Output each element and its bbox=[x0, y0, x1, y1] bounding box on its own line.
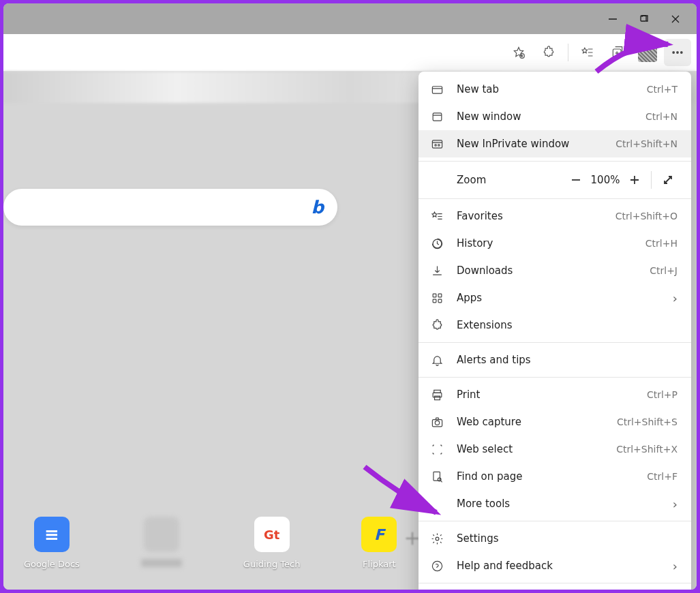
select-icon bbox=[429, 443, 444, 456]
zoom-in-button[interactable] bbox=[622, 174, 647, 185]
svg-rect-13 bbox=[438, 294, 442, 297]
search-box[interactable]: b bbox=[3, 189, 337, 226]
menu-settings[interactable]: Settings bbox=[419, 525, 691, 552]
menu-item-label: More tools bbox=[457, 498, 673, 510]
zoom-out-button[interactable] bbox=[564, 174, 588, 185]
svg-rect-21 bbox=[433, 472, 440, 481]
menu-extensions[interactable]: Extensions bbox=[419, 311, 691, 339]
shortcut-guiding-tech[interactable]: Gt Guiding Tech bbox=[243, 517, 301, 569]
menu-item-label: History bbox=[457, 237, 645, 249]
menu-item-label: Downloads bbox=[457, 264, 650, 277]
quick-links: ≡ Google Docs Gt Guiding Tech F Flipkart bbox=[24, 517, 397, 569]
shortcut-flipkart[interactable]: F Flipkart bbox=[361, 517, 397, 569]
svg-rect-18 bbox=[434, 396, 440, 400]
fullscreen-button[interactable] bbox=[656, 174, 680, 185]
more-menu-button[interactable] bbox=[664, 39, 691, 66]
gear-icon bbox=[429, 532, 444, 545]
menu-item-label: New tab bbox=[457, 83, 647, 95]
shortcut-label: Google Docs bbox=[24, 559, 80, 569]
shortcut-blurred[interactable] bbox=[141, 517, 182, 569]
svg-rect-7 bbox=[433, 112, 442, 120]
zoom-label: Zoom bbox=[457, 174, 564, 186]
chevron-right-icon: › bbox=[673, 497, 678, 511]
history-icon bbox=[429, 237, 444, 250]
menu-item-shortcut: Ctrl+N bbox=[645, 111, 678, 122]
svg-rect-0 bbox=[641, 16, 646, 21]
profile-avatar[interactable] bbox=[634, 39, 661, 66]
download-icon bbox=[429, 264, 444, 277]
svg-point-4 bbox=[677, 52, 679, 54]
menu-item-shortcut: Ctrl+J bbox=[650, 265, 678, 276]
menu-web-select[interactable]: Web select Ctrl+Shift+X bbox=[419, 436, 691, 463]
shortcut-google-docs[interactable]: ≡ Google Docs bbox=[24, 517, 80, 569]
collections-icon[interactable] bbox=[604, 39, 631, 66]
menu-more-tools[interactable]: More tools › bbox=[419, 490, 691, 517]
window-titlebar bbox=[3, 3, 697, 34]
menu-alerts[interactable]: Alerts and tips bbox=[419, 346, 691, 374]
menu-item-label: Print bbox=[457, 389, 647, 401]
camera-icon bbox=[429, 416, 444, 429]
shortcut-label: Flipkart bbox=[363, 559, 396, 569]
svg-point-20 bbox=[435, 421, 439, 425]
menu-new-window[interactable]: New window Ctrl+N bbox=[419, 103, 691, 130]
zoom-divider bbox=[651, 171, 652, 189]
extensions-icon[interactable] bbox=[535, 39, 562, 66]
zoom-value: 100% bbox=[588, 174, 622, 186]
menu-zoom: Zoom 100% bbox=[419, 165, 691, 195]
add-favorite-icon[interactable] bbox=[505, 39, 532, 66]
toolbar-separator bbox=[568, 44, 568, 61]
menu-close-edge[interactable]: Close Microsoft Edge bbox=[419, 587, 691, 590]
shortcut-label: Guiding Tech bbox=[243, 559, 301, 569]
menu-separator bbox=[419, 342, 691, 343]
menu-item-shortcut: Ctrl+Shift+O bbox=[615, 211, 678, 222]
maximize-button[interactable] bbox=[628, 5, 660, 33]
menu-item-shortcut: Ctrl+Shift+X bbox=[616, 444, 678, 455]
svg-point-23 bbox=[436, 537, 439, 541]
chevron-right-icon: › bbox=[673, 291, 678, 305]
favorites-list-icon[interactable] bbox=[574, 39, 601, 66]
menu-new-tab[interactable]: New tab Ctrl+T bbox=[419, 76, 691, 103]
svg-rect-16 bbox=[433, 390, 440, 393]
menu-downloads[interactable]: Downloads Ctrl+J bbox=[419, 257, 691, 284]
window-icon bbox=[429, 110, 444, 123]
menu-item-label: Web select bbox=[457, 443, 616, 455]
chevron-right-icon: › bbox=[673, 559, 678, 573]
menu-favorites[interactable]: Favorites Ctrl+Shift+O bbox=[419, 202, 691, 230]
help-icon bbox=[429, 560, 444, 573]
svg-rect-12 bbox=[433, 294, 436, 297]
menu-item-shortcut: Ctrl+F bbox=[647, 471, 678, 482]
apps-icon bbox=[429, 292, 444, 305]
menu-item-label: Settings bbox=[457, 532, 678, 545]
menu-item-label: Alerts and tips bbox=[457, 354, 678, 366]
menu-apps[interactable]: Apps › bbox=[419, 284, 691, 311]
menu-item-shortcut: Ctrl+P bbox=[647, 389, 678, 400]
menu-help[interactable]: Help and feedback › bbox=[419, 552, 691, 579]
menu-item-shortcut: Ctrl+Shift+N bbox=[615, 138, 678, 149]
menu-web-capture[interactable]: Web capture Ctrl+Shift+S bbox=[419, 408, 691, 436]
svg-point-10 bbox=[438, 144, 439, 145]
menu-separator bbox=[419, 377, 691, 378]
svg-rect-14 bbox=[433, 299, 436, 303]
menu-separator bbox=[419, 198, 691, 199]
star-list-icon bbox=[429, 210, 444, 223]
menu-separator bbox=[419, 161, 691, 162]
menu-print[interactable]: Print Ctrl+P bbox=[419, 381, 691, 408]
menu-find[interactable]: Find on page Ctrl+F bbox=[419, 463, 691, 490]
search-page-icon bbox=[429, 470, 444, 483]
svg-rect-6 bbox=[432, 86, 442, 93]
menu-new-inprivate[interactable]: New InPrivate window Ctrl+Shift+N bbox=[419, 130, 691, 157]
shortcut-label bbox=[141, 559, 182, 567]
menu-item-label: Find on page bbox=[457, 470, 647, 483]
menu-history[interactable]: History Ctrl+H bbox=[419, 230, 691, 257]
menu-item-label: Extensions bbox=[457, 319, 678, 331]
menu-item-label: Apps bbox=[457, 292, 673, 304]
settings-menu: New tab Ctrl+T New window Ctrl+N New InP… bbox=[419, 72, 691, 590]
menu-item-shortcut: Ctrl+T bbox=[647, 84, 678, 95]
menu-separator bbox=[419, 583, 691, 583]
bing-icon: b bbox=[311, 197, 324, 217]
minimize-button[interactable] bbox=[597, 5, 628, 33]
menu-separator bbox=[419, 521, 691, 521]
menu-item-shortcut: Ctrl+Shift+S bbox=[617, 416, 678, 427]
menu-item-label: New InPrivate window bbox=[457, 138, 615, 150]
close-window-button[interactable] bbox=[660, 5, 691, 33]
